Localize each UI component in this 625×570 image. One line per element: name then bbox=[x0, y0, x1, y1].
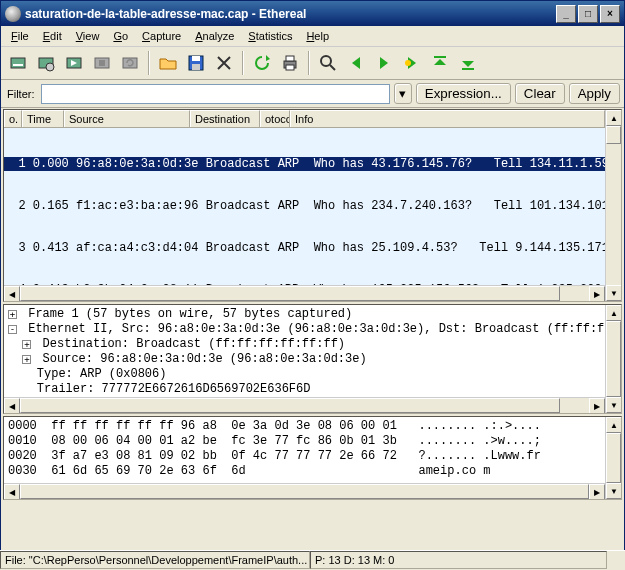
find-button[interactable] bbox=[315, 50, 341, 76]
hscrollbar[interactable]: ◀ ▶ bbox=[4, 285, 605, 301]
app-icon bbox=[5, 6, 21, 22]
scroll-up-icon[interactable]: ▲ bbox=[606, 305, 622, 321]
minimize-button[interactable]: _ bbox=[556, 5, 576, 23]
status-packets: P: 13 D: 13 M: 0 bbox=[310, 551, 607, 569]
scroll-down-icon[interactable]: ▼ bbox=[606, 483, 622, 499]
svg-rect-0 bbox=[11, 58, 25, 68]
tree-trailer[interactable]: Trailer: 777772E6672616D6569702E636F6D bbox=[37, 382, 311, 396]
scroll-right-icon[interactable]: ▶ bbox=[589, 398, 605, 414]
go-back-button[interactable] bbox=[343, 50, 369, 76]
go-last-button[interactable] bbox=[455, 50, 481, 76]
expand-icon[interactable]: + bbox=[8, 310, 17, 319]
resize-grip[interactable] bbox=[607, 551, 625, 570]
menu-view[interactable]: View bbox=[70, 28, 106, 44]
tree-source[interactable]: Source: 96:a8:0e:3a:0d:3e (96:a8:0e:3a:0… bbox=[35, 352, 366, 366]
svg-rect-10 bbox=[192, 56, 200, 61]
scroll-thumb[interactable] bbox=[606, 321, 621, 397]
tree-type[interactable]: Type: ARP (0x0806) bbox=[37, 367, 167, 381]
svg-marker-18 bbox=[352, 57, 360, 69]
expand-icon[interactable]: + bbox=[22, 355, 31, 364]
menu-go[interactable]: Go bbox=[107, 28, 134, 44]
close-button[interactable]: × bbox=[600, 5, 620, 23]
start-capture-button[interactable] bbox=[61, 50, 87, 76]
restart-capture-button[interactable] bbox=[117, 50, 143, 76]
svg-marker-24 bbox=[462, 61, 474, 67]
filter-label: Filter: bbox=[5, 88, 37, 100]
expression-button[interactable]: Expression... bbox=[416, 83, 511, 104]
scroll-thumb[interactable] bbox=[606, 126, 621, 144]
tree-frame[interactable]: Frame 1 (57 bytes on wire, 57 bytes capt… bbox=[21, 307, 352, 321]
packet-list[interactable]: 1 0.000 96:a8:0e:3a:0d:3e Broadcast ARP … bbox=[4, 128, 605, 285]
scroll-thumb[interactable] bbox=[20, 286, 560, 301]
scroll-right-icon[interactable]: ▶ bbox=[589, 484, 605, 500]
menu-help[interactable]: Help bbox=[300, 28, 335, 44]
svg-point-21 bbox=[405, 60, 411, 66]
window-title: saturation-de-la-table-adresse-mac.cap -… bbox=[25, 7, 556, 21]
hex-row[interactable]: 0000 ff ff ff ff ff ff 96 a8 0e 3a 0d 3e… bbox=[8, 419, 601, 434]
hex-row[interactable]: 0010 08 00 06 04 00 01 a2 be fc 3e 77 fc… bbox=[8, 434, 601, 449]
menu-analyze[interactable]: Analyze bbox=[189, 28, 240, 44]
tree-ethernet[interactable]: Ethernet II, Src: 96:a8:0e:3a:0d:3e (96:… bbox=[21, 322, 605, 336]
col-protocol[interactable]: otoco bbox=[260, 110, 290, 127]
scroll-left-icon[interactable]: ◀ bbox=[4, 484, 20, 500]
toolbar-sep bbox=[308, 51, 310, 75]
expand-icon[interactable]: + bbox=[22, 340, 31, 349]
reload-button[interactable] bbox=[249, 50, 275, 76]
menu-file[interactable]: FFileile bbox=[5, 28, 35, 44]
maximize-button[interactable]: □ bbox=[578, 5, 598, 23]
col-destination[interactable]: Destination bbox=[190, 110, 260, 127]
packet-row[interactable]: 3 0.413 af:ca:a4:c3:d4:04 Broadcast ARP … bbox=[4, 241, 605, 255]
col-info[interactable]: Info bbox=[290, 110, 605, 127]
stop-capture-button[interactable] bbox=[89, 50, 115, 76]
scroll-right-icon[interactable]: ▶ bbox=[589, 286, 605, 302]
packet-details[interactable]: + Frame 1 (57 bytes on wire, 57 bytes ca… bbox=[4, 305, 605, 397]
apply-button[interactable]: Apply bbox=[569, 83, 620, 104]
scroll-left-icon[interactable]: ◀ bbox=[4, 286, 20, 302]
close-file-button[interactable] bbox=[211, 50, 237, 76]
hex-row[interactable]: 0030 61 6d 65 69 70 2e 63 6f 6d ameip.co… bbox=[8, 464, 601, 479]
packet-row[interactable]: 1 0.000 96:a8:0e:3a:0d:3e Broadcast ARP … bbox=[4, 157, 605, 171]
hex-dump[interactable]: 0000 ff ff ff ff ff ff 96 a8 0e 3a 0d 3e… bbox=[4, 417, 605, 483]
interfaces-button[interactable] bbox=[5, 50, 31, 76]
go-forward-button[interactable] bbox=[371, 50, 397, 76]
tree-dest[interactable]: Destination: Broadcast (ff:ff:ff:ff:ff:f… bbox=[35, 337, 345, 351]
scroll-up-icon[interactable]: ▲ bbox=[606, 417, 622, 433]
filter-bar: Filter: ▾ Expression... Clear Apply bbox=[1, 80, 624, 108]
menu-edit[interactable]: Edit bbox=[37, 28, 68, 44]
go-first-button[interactable] bbox=[427, 50, 453, 76]
scroll-left-icon[interactable]: ◀ bbox=[4, 398, 20, 414]
hex-row[interactable]: 0020 3f a7 e3 08 81 09 02 bb 0f 4c 77 77… bbox=[8, 449, 601, 464]
status-file: File: "C:\RepPerso\Personnel\Developpeme… bbox=[0, 551, 310, 569]
clear-button[interactable]: Clear bbox=[515, 83, 565, 104]
scroll-thumb[interactable] bbox=[20, 484, 589, 499]
filter-history-button[interactable]: ▾ bbox=[394, 83, 412, 104]
filter-input[interactable] bbox=[41, 84, 390, 104]
menu-capture[interactable]: Capture bbox=[136, 28, 187, 44]
open-button[interactable] bbox=[155, 50, 181, 76]
svg-marker-23 bbox=[434, 59, 446, 65]
svg-rect-15 bbox=[286, 65, 294, 70]
save-button[interactable] bbox=[183, 50, 209, 76]
scroll-down-icon[interactable]: ▼ bbox=[606, 397, 622, 413]
col-source[interactable]: Source bbox=[64, 110, 190, 127]
scroll-up-icon[interactable]: ▲ bbox=[606, 110, 622, 126]
scroll-down-icon[interactable]: ▼ bbox=[606, 285, 622, 301]
col-no[interactable]: o. bbox=[4, 110, 22, 127]
capture-options-button[interactable] bbox=[33, 50, 59, 76]
packet-row[interactable]: 2 0.165 f1:ac:e3:ba:ae:96 Broadcast ARP … bbox=[4, 199, 605, 213]
vscrollbar[interactable]: ▲ ▼ bbox=[605, 305, 621, 413]
collapse-icon[interactable]: - bbox=[8, 325, 17, 334]
goto-button[interactable] bbox=[399, 50, 425, 76]
print-button[interactable] bbox=[277, 50, 303, 76]
titlebar: saturation-de-la-table-adresse-mac.cap -… bbox=[1, 1, 624, 26]
scroll-thumb[interactable] bbox=[20, 398, 560, 413]
col-time[interactable]: Time bbox=[22, 110, 64, 127]
svg-rect-14 bbox=[286, 56, 294, 61]
toolbar-sep bbox=[242, 51, 244, 75]
hscrollbar[interactable]: ◀ ▶ bbox=[4, 483, 605, 499]
menu-statistics[interactable]: Statistics bbox=[242, 28, 298, 44]
vscrollbar[interactable]: ▲ ▼ bbox=[605, 417, 621, 499]
vscrollbar[interactable]: ▲ ▼ bbox=[605, 110, 621, 301]
scroll-thumb[interactable] bbox=[606, 433, 621, 483]
hscrollbar[interactable]: ◀ ▶ bbox=[4, 397, 605, 413]
